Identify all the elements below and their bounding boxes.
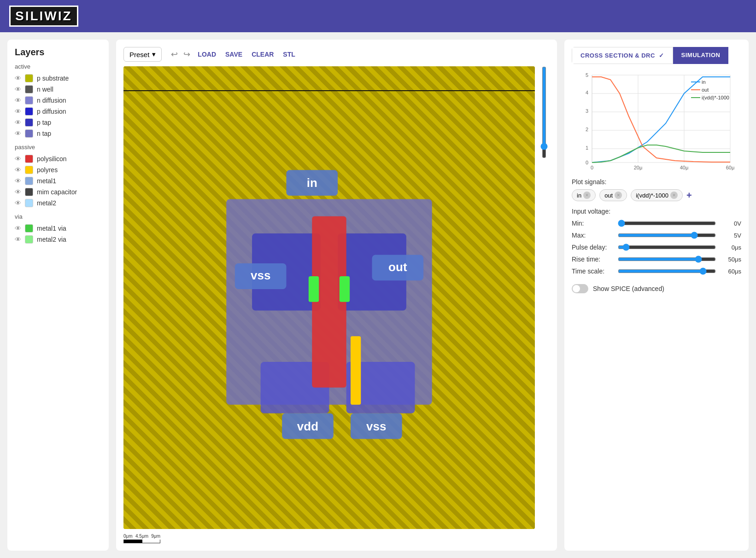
metal2-swatch — [25, 199, 33, 207]
preset-dropdown[interactable]: Preset ▾ — [123, 47, 162, 62]
max-slider-row: Max: 5V — [572, 232, 741, 239]
vertical-slider-container — [539, 66, 550, 543]
eye-icon[interactable]: 👁 — [15, 166, 21, 174]
chip-inner: in vss out vdd vss — [123, 66, 535, 529]
spice-label: Show SPICE (advanced) — [593, 285, 664, 292]
mim-cap-label: mim capacitor — [37, 188, 77, 196]
chip-canvas[interactable]: in vss out vdd vss — [123, 66, 535, 529]
eye-icon[interactable]: 👁 — [15, 119, 21, 126]
rise-time-slider-row: Rise time: 50μs — [572, 256, 741, 263]
metal2-via-label: metal2 via — [37, 236, 66, 243]
p-diffusion-swatch — [25, 107, 33, 116]
eye-icon[interactable]: 👁 — [15, 199, 21, 207]
svg-text:vdd: vdd — [297, 419, 318, 433]
n-diffusion-label: n diffusion — [37, 97, 66, 104]
rise-time-slider[interactable] — [618, 256, 716, 263]
svg-text:40μ: 40μ — [680, 165, 689, 170]
eye-icon[interactable]: 👁 — [15, 75, 21, 82]
layer-item-n-well[interactable]: 👁 n well — [15, 84, 101, 95]
layer-item-metal2-via[interactable]: 👁 metal2 via — [15, 234, 101, 245]
stl-button[interactable]: STL — [279, 49, 299, 60]
header: SILIWIZ — [0, 0, 756, 32]
eye-icon[interactable]: 👁 — [15, 97, 21, 104]
svg-text:vss: vss — [366, 419, 386, 433]
layer-item-metal1-via[interactable]: 👁 metal1 via — [15, 223, 101, 234]
rise-time-value: 50μs — [721, 256, 741, 263]
svg-text:20μ: 20μ — [634, 165, 643, 170]
p-tap-swatch — [25, 118, 33, 127]
rise-time-label: Rise time: — [572, 256, 613, 263]
min-label: Min: — [572, 220, 613, 227]
svg-text:3: 3 — [586, 108, 588, 114]
max-slider[interactable] — [618, 232, 716, 239]
eye-icon[interactable]: 👁 — [15, 86, 21, 93]
plot-signals-label: Plot signals: — [572, 178, 741, 186]
eye-icon[interactable]: 👁 — [15, 236, 21, 243]
input-voltage-title: Input voltage: — [572, 208, 741, 215]
layer-item-polysilicon[interactable]: 👁 polysilicon — [15, 153, 101, 164]
layer-item-p-tap[interactable]: 👁 p tap — [15, 117, 101, 128]
p-diffusion-label: p diffusion — [37, 108, 66, 115]
add-signal-button[interactable]: + — [686, 190, 692, 201]
svg-text:i(vdd)*-1000: i(vdd)*-1000 — [702, 95, 729, 100]
eye-icon[interactable]: 👁 — [15, 130, 21, 137]
time-scale-slider[interactable] — [618, 267, 716, 275]
undo-icon[interactable]: ↩ — [169, 47, 180, 61]
eye-icon[interactable]: 👁 — [15, 225, 21, 232]
signal-in-remove[interactable]: × — [583, 192, 591, 199]
signal-chip-out: out × — [599, 189, 627, 201]
clear-button[interactable]: CLEAR — [248, 49, 277, 60]
passive-group-label: passive — [15, 144, 101, 151]
time-scale-value: 60μs — [721, 268, 741, 275]
signal-chip-in: in × — [572, 189, 596, 201]
layer-item-polyres[interactable]: 👁 polyres — [15, 164, 101, 175]
layer-item-metal2[interactable]: 👁 metal2 — [15, 198, 101, 209]
vertical-zoom-slider[interactable] — [540, 66, 548, 158]
spice-toggle-row: Show SPICE (advanced) — [572, 281, 741, 293]
pulse-delay-slider-row: Pulse delay: 0μs — [572, 244, 741, 251]
via-group-label: via — [15, 213, 101, 220]
layer-item-p-diffusion[interactable]: 👁 p diffusion — [15, 106, 101, 117]
svg-text:out: out — [388, 260, 407, 274]
canvas-area: in vss out vdd vss — [123, 66, 550, 543]
layer-item-p-substrate[interactable]: 👁 p substrate — [15, 73, 101, 84]
layer-item-metal1[interactable]: 👁 metal1 — [15, 175, 101, 186]
eye-icon[interactable]: 👁 — [15, 188, 21, 196]
canvas-toolbar: Preset ▾ ↩ ↪ LOAD SAVE CLEAR STL — [123, 47, 550, 62]
logo: SILIWIZ — [9, 6, 78, 27]
pulse-delay-slider[interactable] — [618, 244, 716, 251]
tab-simulation[interactable]: SIMULATION — [673, 47, 729, 64]
min-value: 0V — [721, 220, 741, 227]
eye-icon[interactable]: 👁 — [15, 155, 21, 163]
active-group-label: active — [15, 63, 101, 70]
spice-toggle[interactable] — [572, 284, 588, 293]
min-slider[interactable] — [618, 220, 716, 227]
eye-icon[interactable]: 👁 — [15, 177, 21, 185]
p-tap-label: p tap — [37, 119, 51, 126]
layer-item-n-diffusion[interactable]: 👁 n diffusion — [15, 95, 101, 106]
scale-bar-area: 0μm 4.5μm 9μm — [123, 534, 535, 543]
p-substrate-label: p substrate — [37, 75, 69, 82]
scale-bar-track — [123, 540, 160, 543]
layer-item-n-tap[interactable]: 👁 n tap — [15, 128, 101, 139]
save-button[interactable]: SAVE — [222, 49, 246, 60]
load-button[interactable]: LOAD — [194, 49, 220, 60]
svg-text:60μ: 60μ — [726, 165, 735, 170]
svg-text:1: 1 — [586, 145, 588, 151]
signal-ivdd-remove[interactable]: × — [670, 192, 678, 199]
eye-icon[interactable]: 👁 — [15, 108, 21, 115]
svg-rect-6 — [309, 276, 319, 302]
svg-text:0: 0 — [591, 165, 593, 170]
signal-out-remove[interactable]: × — [615, 192, 622, 199]
layer-item-mim-capacitor[interactable]: 👁 mim capacitor — [15, 186, 101, 198]
signal-in-label: in — [577, 192, 581, 199]
main-layout: Layers active 👁 p substrate 👁 n well 👁 n… — [0, 32, 756, 558]
tab-cross-section[interactable]: CROSS SECTION & DRC ✓ — [572, 47, 673, 64]
polyres-swatch — [25, 166, 33, 174]
scale-bar: 0μm 4.5μm 9μm — [123, 534, 160, 543]
time-scale-slider-row: Time scale: 60μs — [572, 267, 741, 275]
redo-icon[interactable]: ↪ — [182, 47, 192, 61]
right-panel: CROSS SECTION & DRC ✓ SIMULATION — [564, 40, 749, 551]
canvas-panel: Preset ▾ ↩ ↪ LOAD SAVE CLEAR STL — [116, 40, 557, 551]
n-diffusion-swatch — [25, 96, 33, 105]
